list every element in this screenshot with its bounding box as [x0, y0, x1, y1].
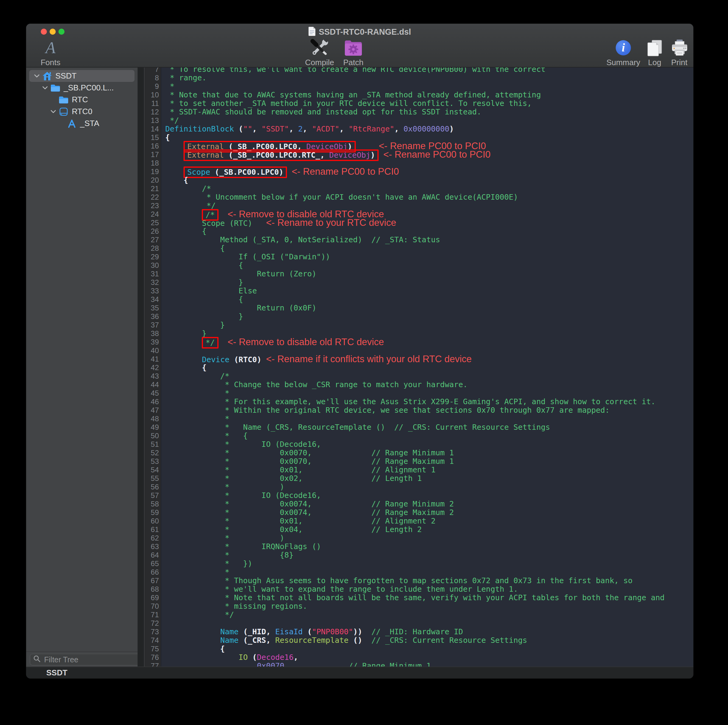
code-editor[interactable]: 7 * To resolve this, we'll want to creat…: [145, 67, 693, 667]
code-line[interactable]: 62 * ): [145, 534, 693, 542]
code-line[interactable]: 50 * {: [145, 431, 693, 440]
code-line[interactable]: 68 * we'll want to expand the range to i…: [145, 585, 693, 593]
code-token: /*: [165, 372, 229, 381]
code-line[interactable]: 11 * to set another _STA method in your …: [145, 99, 693, 108]
code-content: Name (_HID, EisaId ("PNP0B00")) // _HID:…: [161, 628, 463, 636]
sidebar-item-ssdt[interactable]: SSDT: [29, 70, 135, 82]
window-chrome: SSDT-RTC0-RANGE.dsl A Fonts Compile: [26, 24, 693, 67]
patch-button[interactable]: Patch: [329, 38, 378, 67]
code-line[interactable]: 45 *: [145, 389, 693, 398]
code-line[interactable]: 43 /*: [145, 372, 693, 381]
code-line[interactable]: 63 * IRQNoFlags (): [145, 542, 693, 551]
code-line[interactable]: 32 }: [145, 278, 693, 287]
code-line[interactable]: 58 * 0x0074, // Range Minimum 2: [145, 500, 693, 508]
code-line[interactable]: 29 If (_OSI ("Darwin")): [145, 252, 693, 261]
code-line[interactable]: 14DefinitionBlock ("", "SSDT", 2, "ACDT"…: [145, 125, 693, 133]
code-line[interactable]: 19 Scope (_SB.PC00.LPC0) <- Rename PC00 …: [145, 167, 693, 176]
code-line[interactable]: 74 Name (_CRS, ResourceTemplate () // _C…: [145, 636, 693, 645]
code-line[interactable]: 7 * To resolve this, we'll want to creat…: [145, 67, 693, 73]
code-line[interactable]: 46 * For this example, we'll use the Asu…: [145, 398, 693, 406]
code-content: *: [161, 415, 229, 423]
line-number: 65: [145, 560, 161, 568]
highlight-box: Scope (_SB.PC00.LPC0): [184, 167, 287, 178]
code-line[interactable]: 24 /* <- Remove to disable old RTC devic…: [145, 210, 693, 219]
code-line[interactable]: 57 * IO (Decode16,: [145, 491, 693, 500]
chevron-down-icon[interactable]: [32, 74, 42, 78]
code-line[interactable]: 56 * ): [145, 483, 693, 491]
code-line[interactable]: 64 * {8}: [145, 551, 693, 560]
code-line[interactable]: 23 */: [145, 202, 693, 210]
code-line[interactable]: 65 * }): [145, 560, 693, 568]
code-line[interactable]: 59 * 0x0074, // Range Maximum 2: [145, 508, 693, 517]
code-line[interactable]: 28 {: [145, 244, 693, 252]
code-line[interactable]: 67 * Though Asus seems to have forgotten…: [145, 577, 693, 585]
code-content: * To resolve this, we'll want to create …: [161, 67, 545, 73]
chevron-down-icon[interactable]: [48, 110, 58, 114]
code-line[interactable]: 22 * Uncomment below if your ACPI doesn'…: [145, 193, 693, 202]
code-line[interactable]: 9 *: [145, 82, 693, 91]
code-line[interactable]: 71 */: [145, 610, 693, 619]
code-line[interactable]: 27 Method (_STA, 0, NotSerialized) // _S…: [145, 236, 693, 244]
code-line[interactable]: 41 Device (RTC0) <- Rename if it conflic…: [145, 355, 693, 363]
fonts-button[interactable]: A Fonts: [26, 38, 75, 67]
code-line[interactable]: 42 {: [145, 363, 693, 372]
code-line[interactable]: 47 * Within the original RTC device, we …: [145, 406, 693, 415]
code-token: */: [165, 116, 179, 125]
line-number: 47: [145, 406, 161, 415]
maciasl-window: SSDT-RTC0-RANGE.dsl A Fonts Compile: [26, 24, 693, 678]
code-line[interactable]: 17 External (_SB_.PC00.LPC0.RTC_, Device…: [145, 150, 693, 159]
code-line[interactable]: 69 * Note that not all boards will be th…: [145, 593, 693, 602]
code-line[interactable]: 54 * 0x01, // Alignment 1: [145, 466, 693, 474]
code-line[interactable]: 76 IO (Decode16,: [145, 653, 693, 662]
code-line[interactable]: 21 /*: [145, 184, 693, 193]
code-line[interactable]: 60 * 0x01, // Alignment 2: [145, 517, 693, 525]
print-button[interactable]: Print: [655, 38, 693, 67]
code-line[interactable]: 44 * Change the below _CSR range to matc…: [145, 381, 693, 389]
code-line[interactable]: 39 */ <- Remove to disable old RTC devic…: [145, 338, 693, 346]
code-line[interactable]: 49 * Name (_CRS, ResourceTemplate () // …: [145, 423, 693, 431]
code-token: DefinitionBlock: [165, 124, 234, 133]
code-line[interactable]: 8 * range.: [145, 73, 693, 82]
code-line[interactable]: 53 * 0x0070, // Range Maximum 1: [145, 457, 693, 466]
pane-splitter[interactable]: [138, 67, 145, 667]
code-line[interactable]: 26 {: [145, 227, 693, 236]
code-content: {: [161, 261, 243, 270]
code-line[interactable]: 73 Name (_HID, EisaId ("PNP0B00")) // _H…: [145, 628, 693, 636]
code-token: */: [205, 338, 214, 347]
code-token: * 0x0070, // Range Minimum 1: [165, 448, 454, 457]
sidebar-item-sta[interactable]: _STA: [29, 118, 135, 129]
code-line[interactable]: 13 */: [145, 116, 693, 125]
chevron-down-icon[interactable]: [40, 86, 50, 90]
line-number: 74: [145, 636, 161, 645]
code-line[interactable]: 37 }: [145, 321, 693, 329]
code-line[interactable]: 52 * 0x0070, // Range Minimum 1: [145, 449, 693, 457]
code-line[interactable]: 34 {: [145, 295, 693, 304]
code-line[interactable]: 61 * 0x04, // Length 2: [145, 525, 693, 534]
sidebar-item-sbpc00l[interactable]: _SB.PC00.L...: [29, 82, 135, 94]
code-line[interactable]: 36 }: [145, 312, 693, 321]
code-line[interactable]: 38 }: [145, 329, 693, 338]
code-line[interactable]: 10 * Note that due to AWAC systems havin…: [145, 91, 693, 99]
code-line[interactable]: 31 Return (Zero): [145, 270, 693, 278]
inline-annotation: <- Rename if it conflicts with your old …: [266, 354, 472, 364]
code-line[interactable]: 30 {: [145, 261, 693, 270]
code-line[interactable]: 72: [145, 619, 693, 628]
code-line[interactable]: 12 * SSDT-AWAC should be removed and ins…: [145, 108, 693, 116]
code-line[interactable]: 48 *: [145, 415, 693, 423]
code-line[interactable]: 66 *: [145, 568, 693, 577]
code-line[interactable]: 70 * missing regions.: [145, 602, 693, 610]
sidebar-item-rtc[interactable]: RTC: [29, 94, 135, 106]
code-content: * ): [161, 483, 284, 491]
filter-tree-input[interactable]: [44, 655, 143, 664]
filter-field[interactable]: [30, 654, 146, 665]
code-line[interactable]: 33 Else: [145, 287, 693, 295]
code-line[interactable]: 55 * 0x02, // Length 1: [145, 474, 693, 483]
code-line[interactable]: 51 * IO (Decode16,: [145, 440, 693, 449]
sidebar-item-rtc0[interactable]: RTC0: [29, 106, 135, 118]
code-line[interactable]: 75 {: [145, 645, 693, 653]
code-line[interactable]: 35 Return (0x0F): [145, 304, 693, 312]
line-number: 41: [145, 355, 161, 363]
code-line[interactable]: 25 Scope (RTC) <- Rename to your RTC dev…: [145, 219, 693, 227]
code-token: (_SB_.PC00.LPC0.RTC_,: [224, 151, 329, 159]
line-number: 29: [145, 252, 161, 261]
